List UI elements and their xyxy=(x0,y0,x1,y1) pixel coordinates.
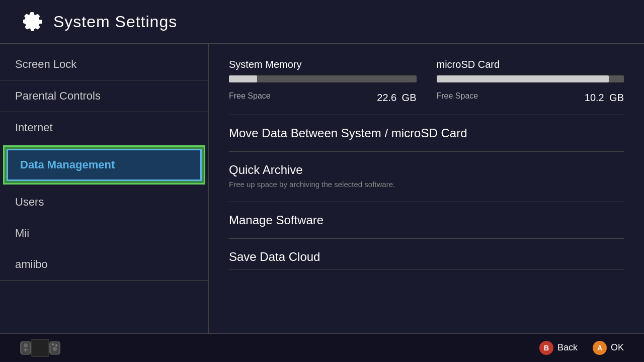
footer-left xyxy=(20,339,60,357)
header: System Settings xyxy=(0,0,644,44)
sidebar-item-screen-lock[interactable]: Screen Lock xyxy=(0,49,208,80)
page-title: System Settings xyxy=(53,13,177,31)
system-memory-title: System Memory xyxy=(229,59,417,70)
microsd-free-label: Free Space xyxy=(437,92,478,101)
menu-item-quick-archive[interactable]: Quick Archive Free up space by archiving… xyxy=(229,152,624,202)
sidebar-item-internet[interactable]: Internet xyxy=(0,112,208,143)
svg-rect-9 xyxy=(25,348,26,352)
menu-item-manage-software[interactable]: Manage Software xyxy=(229,202,624,239)
quick-archive-description: Free up space by archiving the selected … xyxy=(229,177,624,197)
microsd-card: microSD Card Free Space 10.2 GB xyxy=(437,59,624,105)
sidebar: Screen Lock Parental Controls Internet D… xyxy=(0,44,209,333)
svg-point-11 xyxy=(55,344,57,346)
footer-right: B Back A OK xyxy=(539,341,624,355)
system-memory-bar-fill xyxy=(229,75,257,82)
switch-icon xyxy=(20,339,60,357)
microsd-bar xyxy=(437,75,624,82)
svg-point-6 xyxy=(24,343,28,347)
main-layout: Screen Lock Parental Controls Internet D… xyxy=(0,44,644,333)
sidebar-item-parental-controls[interactable]: Parental Controls xyxy=(0,80,208,112)
sidebar-item-users[interactable]: Users xyxy=(0,187,208,218)
back-button[interactable]: B Back xyxy=(539,341,578,355)
sidebar-item-data-management[interactable]: Data Management xyxy=(3,145,205,185)
system-memory-free-label: Free Space xyxy=(229,92,271,101)
storage-section: System Memory Free Space 22.6 GB microSD… xyxy=(229,59,624,105)
microsd-bar-fill xyxy=(437,75,609,82)
footer: B Back A OK xyxy=(0,333,644,361)
sidebar-item-amiibo[interactable]: amiibo xyxy=(0,249,208,281)
a-button-icon: A xyxy=(593,341,607,355)
svg-point-10 xyxy=(52,343,54,345)
svg-rect-3 xyxy=(32,340,48,356)
sidebar-item-mii[interactable]: Mii xyxy=(0,218,208,249)
menu-item-move-data[interactable]: Move Data Between System / microSD Card xyxy=(229,115,624,152)
svg-point-7 xyxy=(53,347,57,351)
b-button-icon: B xyxy=(539,341,553,355)
system-memory-value: 22.6 GB xyxy=(376,87,416,105)
system-memory-card: System Memory Free Space 22.6 GB xyxy=(229,59,417,105)
ok-button[interactable]: A OK xyxy=(593,341,624,355)
menu-item-save-data-cloud[interactable]: Save Data Cloud xyxy=(229,239,624,269)
gear-icon xyxy=(20,9,45,34)
microsd-title: microSD Card xyxy=(437,59,624,70)
system-memory-bar xyxy=(229,75,417,82)
content-area: System Memory Free Space 22.6 GB microSD… xyxy=(209,44,644,333)
microsd-value: 10.2 GB xyxy=(584,87,624,105)
